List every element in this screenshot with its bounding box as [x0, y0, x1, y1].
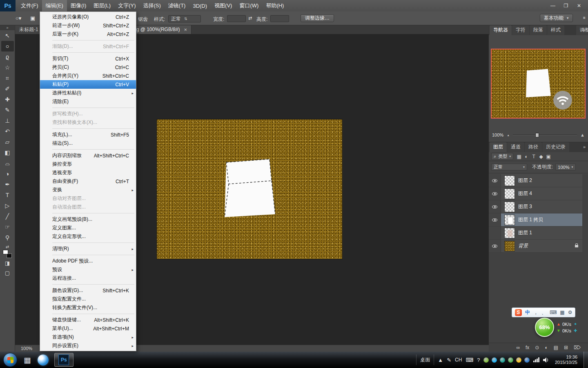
history-brush-tool-icon[interactable]: ↶ [1, 126, 14, 137]
navigator-preview[interactable] [491, 49, 586, 119]
zoom-in-icon[interactable]: ▲ [580, 132, 585, 137]
filter-smart-objects-icon[interactable]: ▣ [545, 154, 552, 159]
edit-menu-item[interactable]: 还原拷贝像素(O)Ctrl+Z [40, 13, 136, 21]
menubar-item-image[interactable]: 图像(I) [67, 0, 90, 11]
settings-icon[interactable]: ⚙ [568, 310, 572, 315]
layer-visibility-toggle[interactable] [489, 200, 501, 213]
move-tool-icon[interactable]: ↖ [1, 30, 14, 41]
lasso-tool-icon[interactable]: ϱ [1, 52, 14, 62]
screen-mode-icon[interactable]: ▢ [1, 268, 14, 278]
panel-tab-layers[interactable]: 图层 [490, 142, 507, 152]
layer-row[interactable]: 图层 4 [489, 187, 582, 200]
hidden-icons-button[interactable]: ▲ [438, 357, 443, 363]
layer-visibility-toggle[interactable] [489, 174, 501, 187]
soft-keyboard-icon[interactable]: ⌨ [550, 310, 557, 315]
zoom-tool-icon[interactable]: ⚲ [1, 232, 14, 243]
toolbar-collapse-icon[interactable]: » [0, 25, 15, 30]
zoom-out-icon[interactable]: ▲ [507, 134, 510, 137]
edit-menu-item[interactable]: 定义自定形状... [40, 232, 136, 241]
edit-menu-item[interactable]: 前进一步(W)Shift+Ctrl+Z [40, 21, 136, 30]
crop-tool-icon[interactable]: ⌗ [1, 73, 14, 83]
type-tool-icon[interactable]: T [1, 190, 14, 200]
quick-mask-icon[interactable]: ◨ [1, 258, 14, 268]
edit-menu-item[interactable]: 粘贴(P)Ctrl+V [40, 80, 136, 89]
color-swatches[interactable] [3, 250, 12, 258]
edit-menu-item[interactable]: 预设▸ [40, 265, 136, 274]
menubar-item-filter[interactable]: 滤镜(T) [165, 0, 189, 11]
filter-pixel-layers-icon[interactable]: ▦ [516, 154, 522, 159]
style-select[interactable]: 正常 [168, 15, 201, 22]
layer-thumbnail[interactable] [504, 241, 515, 251]
tab-close-icon[interactable]: × [184, 27, 187, 33]
sogou-logo[interactable]: S [515, 309, 522, 316]
speed-extra-icon2[interactable]: ✚ [574, 328, 577, 333]
edit-menu-item[interactable]: 选择性粘贴(I)▸ [40, 89, 136, 97]
edit-menu-item[interactable]: 菜单(U)...Alt+Shift+Ctrl+M [40, 324, 136, 333]
panel-tab-paths[interactable]: 路径 [525, 142, 542, 152]
tool-preset-icon[interactable]: ○▾ [16, 15, 21, 21]
statusbar-zoom[interactable]: 100% [21, 346, 32, 351]
edit-menu-item[interactable]: 描边(S)... [40, 139, 136, 148]
edit-menu-item[interactable]: 定义画笔预设(B)... [40, 215, 136, 224]
fullwidth-icon[interactable]: 、 [541, 309, 546, 316]
photoshop-taskbar-button[interactable]: Ps [54, 353, 74, 367]
panel-tab-paragraph[interactable]: 段落 [530, 25, 547, 35]
minimize-button[interactable]: — [547, 2, 559, 10]
blur-tool-icon[interactable]: ⌓ [1, 158, 14, 168]
desktop-toolbar-label[interactable]: 桌面 [420, 357, 430, 364]
taskbar-clock[interactable]: 19:36 2015/10/25 [552, 355, 580, 365]
memory-usage-ball[interactable]: 68% [535, 318, 554, 337]
pen-tray-icon[interactable]: ✎ [447, 357, 451, 363]
tray-app-icon-2[interactable] [492, 357, 497, 363]
foreground-color-swatch[interactable] [3, 250, 8, 254]
layer-visibility-toggle[interactable] [489, 240, 501, 252]
selection-mode-icon[interactable]: ▣ [30, 15, 35, 21]
opacity-select[interactable]: 100% [555, 164, 575, 171]
layer-group-icon[interactable]: ▤ [554, 345, 558, 350]
layer-row[interactable]: 图层 2 [489, 174, 582, 187]
edit-menu-item[interactable]: 合并拷贝(Y)Shift+Ctrl+C [40, 72, 136, 80]
width-input[interactable] [227, 15, 246, 22]
network-status-icon[interactable] [533, 357, 539, 362]
refine-edge-button[interactable]: 调整边缘… [301, 14, 334, 22]
edit-menu-item[interactable]: 键盘快捷键...Alt+Shift+Ctrl+K [40, 316, 136, 324]
menubar-item-type[interactable]: 文字(Y) [114, 0, 139, 11]
tray-app-icon-5[interactable] [516, 357, 521, 363]
menubar-item-edit[interactable]: 编辑(E) [42, 0, 67, 11]
edit-menu-item[interactable]: 拷贝(C)Ctrl+C [40, 63, 136, 72]
panel-tab-styles[interactable]: 样式 [547, 25, 564, 35]
adjustment-layer-icon[interactable]: ◐ [545, 345, 548, 350]
blend-mode-select[interactable]: 正常 [491, 164, 527, 171]
edit-menu-item[interactable]: Adobe PDF 预设... [40, 257, 136, 265]
path-selection-tool-icon[interactable]: ▷ [1, 200, 14, 211]
menubar-item-window[interactable]: 窗口(W) [236, 0, 262, 11]
layer-effects-icon[interactable]: fx [526, 345, 529, 350]
edit-menu-item[interactable]: 首选项(N)▸ [40, 333, 136, 341]
browser-taskbar-icon[interactable] [38, 355, 49, 366]
tray-app-icon-3[interactable] [500, 357, 505, 363]
tray-app-icon-1[interactable] [483, 357, 489, 363]
edit-menu-item[interactable]: 同步设置(E)▸ [40, 341, 136, 350]
layer-visibility-toggle[interactable] [489, 227, 501, 239]
edit-menu-item[interactable]: 远程连接... [40, 274, 136, 283]
layer-row[interactable]: 图层 1 拷贝 [489, 213, 582, 227]
edit-menu-item[interactable]: 透视变形 [40, 168, 136, 177]
language-indicator[interactable]: CH [455, 357, 462, 363]
edit-menu-item[interactable]: 清理(R)▸ [40, 245, 136, 253]
document-image[interactable] [157, 119, 342, 259]
menubar-item-select[interactable]: 选择(S) [139, 0, 164, 11]
menubar-item-view[interactable]: 视图(V) [211, 0, 236, 11]
navigator-zoom-slider[interactable] [513, 132, 577, 138]
menubar-item-layer[interactable]: 图层(L) [90, 0, 114, 11]
edit-menu-item[interactable]: 操控变形 [40, 160, 136, 168]
filter-adjustment-layers-icon[interactable]: ◐ [523, 154, 530, 159]
clone-stamp-tool-icon[interactable]: ⊥ [1, 115, 14, 126]
edit-menu-item[interactable]: 自由变换(F)Ctrl+T [40, 177, 136, 186]
start-button[interactable] [3, 353, 17, 367]
collapse-layers-icon[interactable] [583, 144, 586, 149]
edit-menu-item[interactable]: 剪切(T)Ctrl+X [40, 54, 136, 63]
panel-tab-adjustments[interactable]: 调整 [576, 25, 588, 35]
brush-tool-icon[interactable]: ✎ [1, 105, 14, 115]
layer-mask-icon[interactable]: ⊙ [535, 345, 539, 350]
pen-tool-icon[interactable]: ✒ [1, 179, 14, 190]
